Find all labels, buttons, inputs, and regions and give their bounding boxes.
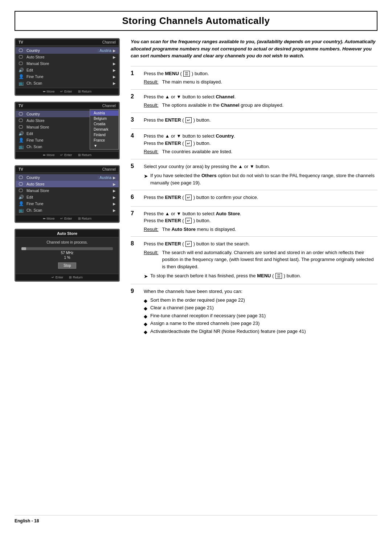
screen1-label-edit: Edit [26, 68, 113, 72]
bullet-text-3: Fine-tune channel reception if necessary… [150, 312, 266, 319]
enter-icon-8: ↵ [185, 241, 192, 247]
screen3-footer-return: ⊞ Return [78, 217, 92, 220]
screen1-label-autostore: Auto Store [26, 55, 113, 59]
dd-more: ▼ [90, 143, 118, 148]
tv-screen-3: TV Channel 🖵 Country : Austria ▶ 🖵 Auto … [15, 165, 120, 223]
screen3-arrow-chscan: ▶ [113, 208, 116, 212]
screen1-arrow-edit: ▶ [113, 68, 116, 72]
screen2-tv-label: TV [19, 104, 23, 108]
menu-icon-1: ☰ [183, 71, 190, 77]
step-8-result: Result: The search will end automaticall… [144, 249, 377, 270]
screen2-dropdown: Austria Belgium Croatia Denmark Finland … [90, 109, 119, 150]
step-7-main: Press the ▲ or ▼ button to select Auto S… [144, 210, 377, 224]
screen1-icon-finetune: 👤 [19, 74, 26, 79]
step-6: 6 Press the ENTER ( ↵ ) button to confir… [131, 190, 377, 206]
screen3-label-country: Country [26, 175, 98, 180]
screen3-icon-autostore: 🖵 [19, 182, 26, 187]
screen2-footer-enter: ↵ Enter [60, 153, 72, 157]
screen1-arrow-autostore: ▶ [113, 55, 116, 59]
step-1-result: Result: The main menu is displayed. [144, 78, 377, 86]
step-6-main: Press the ENTER ( ↵ ) button to confirm … [144, 194, 377, 201]
step-1-num: 1 [131, 70, 139, 86]
dd-france: France [90, 138, 118, 143]
step-4-result-label: Result: [144, 148, 158, 155]
bullet-5: ◆Activate/deactivate the Digital NR (Noi… [144, 328, 377, 336]
enter-icon-7: ↵ [185, 218, 192, 224]
bullet-text-4: Assign a name to the stored channels (se… [150, 320, 260, 327]
step-5-content: Select your country (or area) by pressin… [144, 163, 377, 187]
bullet-sym-4: ◆ [144, 321, 147, 328]
step-8-content: Press the ENTER ( ↵ ) button to start th… [144, 240, 377, 280]
step-8-result-text: The search will end automatically. Chann… [162, 249, 377, 270]
screen2-icon-autostore: 🖵 [19, 118, 26, 123]
screen1-body: 🖵 Country : Austria ▶ 🖵 Auto Store ▶ 🖵 M… [16, 46, 119, 88]
intro-text: You can scan for the frequency ranges av… [131, 38, 377, 60]
screen2-icon-edit: 🔊 [19, 131, 26, 136]
menu-icon-8: ☰ [275, 273, 282, 279]
step-2-result-text: The options available in the Channel gro… [162, 102, 283, 109]
step-3-main: Press the ENTER ( ↵ ) button. [144, 117, 377, 124]
screen1-row-edit: 🔊 Edit ▶ [16, 67, 119, 73]
screen1-value-austria: : Austria [98, 48, 111, 53]
screen1-footer-move: ⬅ Move [43, 90, 55, 93]
bullet-sym-3: ◆ [144, 313, 147, 320]
screen3-label-edit: Edit [26, 195, 113, 199]
left-column: TV Channel 🖵 Country : Austria ▶ 🖵 Auto … [15, 38, 120, 501]
step-3: 3 Press the ENTER ( ↵ ) button. [131, 113, 377, 129]
screen1-arrow: ▶ [113, 49, 116, 53]
title-bar: Storing Channels Automatically [15, 11, 377, 31]
step-8-num: 8 [131, 240, 139, 280]
enter-icon-6: ↵ [185, 195, 192, 200]
screen3-label-chscan: Ch. Scan [26, 208, 113, 212]
screen1-channel-label: Channel [102, 40, 116, 44]
tv-screen-2: TV Channel 🖵 Country : Austria 🖵 Auto St… [15, 102, 120, 159]
steps-list: 1 Press the MENU ( ☰ ) button. Result: T… [131, 66, 377, 339]
step-1-result-text: The main menu is displayed. [162, 78, 222, 86]
screen3-row-finetune: 👤 Fine Tune ▶ [16, 200, 119, 207]
screen2-header: TV Channel [16, 103, 119, 109]
dd-denmark: Denmark [90, 127, 118, 132]
step-4-result: Result: The countries available are list… [144, 148, 377, 155]
screen1-row-chscan: 📺 Ch. Scan ▶ [16, 80, 119, 86]
step-4-main: Press the ▲ or ▼ button to select Countr… [144, 133, 377, 147]
screen3-arrow-autostore: ▶ [113, 182, 116, 186]
step-4-num: 4 [131, 133, 139, 155]
step-7-result-text: The Auto Store menu is displayed. [162, 226, 236, 233]
screen1-tv-label: TV [19, 40, 23, 44]
step-5: 5 Select your country (or area) by press… [131, 159, 377, 190]
screen3-body: 🖵 Country : Austria ▶ 🖵 Auto Store ▶ 🖵 M… [16, 173, 119, 215]
screen1-icon-chscan: 📺 [19, 81, 26, 86]
screen2-body: 🖵 Country : Austria 🖵 Auto Store 🖵 Manua… [16, 109, 119, 151]
screen3-arrow-edit: ▶ [113, 195, 116, 199]
step-6-content: Press the ENTER ( ↵ ) button to confirm … [144, 194, 377, 203]
step-4-result-text: The countries available are listed. [162, 148, 232, 155]
page-title: Storing Channels Automatically [23, 15, 369, 27]
screen4-store-text: Channel store in process. [21, 240, 113, 244]
step-9: 9 When the channels have been stored, yo… [131, 284, 377, 339]
step-4: 4 Press the ▲ or ▼ button to select Coun… [131, 129, 377, 159]
screen1-row-finetune: 👤 Fine Tune ▶ [16, 73, 119, 80]
screen1-row-manualstore: 🖵 Manual Store ▶ [16, 60, 119, 67]
note-arrow-8: ➤ [144, 273, 148, 280]
step-7-content: Press the ▲ or ▼ button to select Auto S… [144, 210, 377, 233]
step-6-num: 6 [131, 194, 139, 203]
step-2-content: Press the ▲ or ▼ button to select Channe… [144, 93, 377, 109]
bullet-sym-1: ◆ [144, 297, 147, 305]
screen1-label-country: Country [26, 48, 98, 53]
step-7-num: 7 [131, 210, 139, 233]
screen3-icon-chscan: 📺 [19, 208, 26, 213]
screen1-footer-return: ⊞ Return [78, 90, 92, 93]
step-5-note: ➤ If you have selected the Others option… [144, 172, 377, 186]
page-wrapper: Storing Channels Automatically TV Channe… [0, 0, 392, 538]
bullet-text-2: Clear a channel (see page 21) [150, 304, 214, 311]
screen1-row-country: 🖵 Country : Austria ▶ [16, 47, 119, 54]
bullet-1: ◆Sort them in the order required (see pa… [144, 297, 377, 305]
screen3-icon-finetune: 👤 [19, 201, 26, 206]
screen2-footer-return: ⊞ Return [78, 153, 92, 157]
screen3-header: TV Channel [16, 166, 119, 173]
screen4-header: Auto Store [16, 230, 119, 237]
step-3-content: Press the ENTER ( ↵ ) button. [144, 117, 377, 125]
stop-button[interactable]: Stop [58, 262, 76, 269]
screen1-label-chscan: Ch. Scan [26, 81, 113, 85]
step-9-bullets: ◆Sort them in the order required (see pa… [144, 297, 377, 336]
